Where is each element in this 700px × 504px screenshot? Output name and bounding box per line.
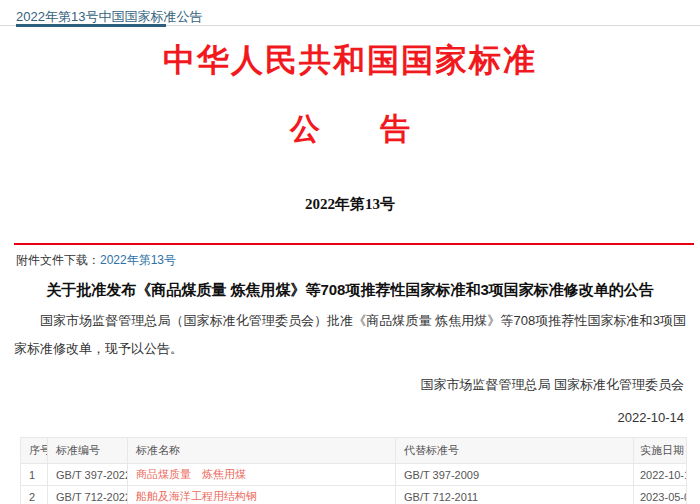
standards-table: 序号 标准编号 标准名称 代替标准号 实施日期 1GB/T 397-2022商品…: [20, 437, 687, 504]
tab-current-announcement[interactable]: 2022年第13号中国国家标准公告: [16, 9, 202, 24]
table-row: 2GB/T 712-2022船舶及海洋工程用结构钢GB/T 712-201120…: [21, 486, 687, 504]
attachment-download-link[interactable]: 2022年第13号: [100, 253, 176, 267]
tab-active-underline: [16, 24, 166, 27]
table-header-row: 序号 标准编号 标准名称 代替标准号 实施日期: [21, 438, 687, 464]
header-standard-name: 标准名称: [128, 438, 396, 464]
main-title: 中华人民共和国国家标准: [0, 42, 700, 78]
cell-index: 2: [21, 486, 48, 504]
attachment-row: 附件文件下载：2022年第13号: [16, 252, 700, 268]
header-replaced-code: 代替标准号: [396, 438, 634, 464]
standard-name-link[interactable]: 商品煤质量 炼焦用煤: [136, 468, 246, 480]
header-standard-code: 标准编号: [48, 438, 128, 464]
header-index: 序号: [21, 438, 48, 464]
cell-impl-date: 2023-05-01: [634, 486, 687, 504]
subtitle-gonggao: 公 告: [0, 112, 700, 146]
standards-table-body: 1GB/T 397-2022商品煤质量 炼焦用煤GB/T 397-2009202…: [21, 464, 687, 504]
announcement-body: 国家市场监督管理总局（国家标准化管理委员会）批准《商品煤质量 炼焦用煤》等708…: [14, 307, 686, 363]
cell-standard-name: 商品煤质量 炼焦用煤: [128, 464, 396, 486]
cell-standard-code: GB/T 712-2022: [48, 486, 128, 504]
publication-date: 2022-10-14: [0, 409, 684, 426]
cell-replaced-code: GB/T 712-2011: [396, 486, 634, 504]
cell-replaced-code: GB/T 397-2009: [396, 464, 634, 486]
cell-standard-code: GB/T 397-2022: [48, 464, 128, 486]
standard-name-link[interactable]: 船舶及海洋工程用结构钢: [136, 490, 257, 502]
cell-impl-date: 2022-10-14: [634, 464, 687, 486]
announcement-heading: 关于批准发布《商品煤质量 炼焦用煤》等708项推荐性国家标准和3项国家标准修改单…: [20, 280, 680, 300]
header-impl-date: 实施日期: [634, 438, 687, 464]
issue-number: 2022年第13号: [0, 195, 700, 213]
cell-standard-name: 船舶及海洋工程用结构钢: [128, 486, 396, 504]
signature-line: 国家市场监督管理总局 国家标准化管理委员会: [0, 376, 684, 393]
top-tab-bar: 2022年第13号中国国家标准公告: [0, 0, 700, 26]
table-row: 1GB/T 397-2022商品煤质量 炼焦用煤GB/T 397-2009202…: [21, 464, 687, 486]
attachment-label: 附件文件下载：: [16, 253, 100, 267]
cell-index: 1: [21, 464, 48, 486]
document-header: 中华人民共和国国家标准 公 告 2022年第13号: [0, 42, 700, 213]
red-divider-rule: [14, 243, 694, 245]
announcement-page: 2022年第13号中国国家标准公告 中华人民共和国国家标准 公 告 2022年第…: [0, 0, 700, 504]
